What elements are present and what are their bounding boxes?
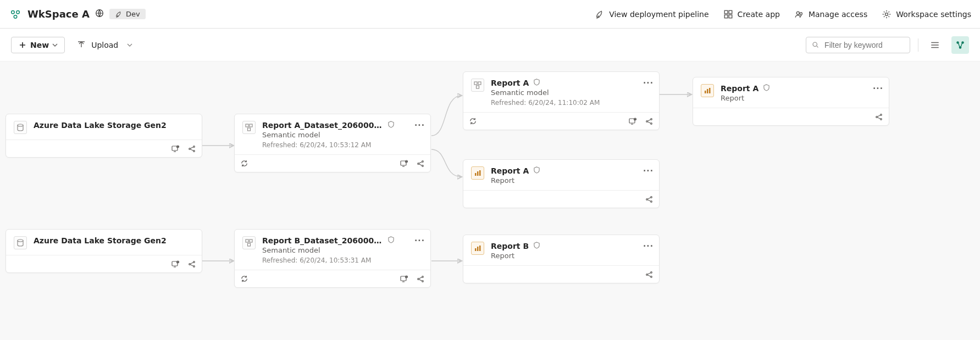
card-subtitle: Report bbox=[491, 252, 651, 260]
svg-point-22 bbox=[178, 146, 179, 147]
environment-pill[interactable]: Dev bbox=[109, 9, 146, 19]
svg-point-38 bbox=[406, 161, 407, 162]
view-pipeline-link[interactable]: View deployment pipeline bbox=[595, 9, 708, 19]
svg-point-19 bbox=[18, 124, 23, 126]
svg-rect-44 bbox=[248, 243, 251, 246]
card-subtitle: Semantic model bbox=[491, 88, 651, 97]
refresh-icon[interactable] bbox=[240, 275, 248, 283]
monitor-icon[interactable] bbox=[400, 159, 408, 168]
shield-icon bbox=[763, 84, 770, 93]
impact-icon[interactable] bbox=[416, 275, 425, 283]
svg-point-29 bbox=[178, 261, 179, 263]
monitor-icon[interactable] bbox=[171, 260, 180, 269]
svg-point-2 bbox=[14, 15, 17, 18]
card-subtitle: Semantic model bbox=[262, 131, 423, 139]
pill-label: Dev bbox=[126, 10, 140, 18]
shield-icon bbox=[533, 242, 540, 250]
semantic-model-icon bbox=[242, 236, 256, 249]
svg-rect-7 bbox=[729, 15, 732, 18]
shield-icon bbox=[533, 79, 540, 87]
refresh-icon[interactable] bbox=[469, 117, 477, 125]
svg-point-0 bbox=[12, 10, 15, 13]
card-title: Report B bbox=[491, 242, 529, 250]
svg-rect-66 bbox=[475, 248, 477, 251]
lineage-canvas[interactable]: Azure Data Lake Storage Gen2 Azure Data … bbox=[0, 62, 980, 340]
impact-icon[interactable] bbox=[874, 113, 883, 121]
upload-button[interactable]: Upload bbox=[77, 41, 132, 49]
divider bbox=[918, 38, 918, 52]
list-view-button[interactable] bbox=[926, 36, 944, 54]
more-menu[interactable]: ··· bbox=[414, 236, 425, 245]
svg-point-9 bbox=[800, 12, 802, 14]
impact-icon[interactable] bbox=[645, 270, 654, 279]
plus-icon bbox=[18, 41, 27, 49]
rocket-icon bbox=[115, 10, 123, 18]
more-menu[interactable]: ··· bbox=[414, 121, 425, 130]
svg-point-10 bbox=[885, 13, 888, 15]
impact-icon[interactable] bbox=[187, 144, 196, 153]
header-left: WkSpace A Dev bbox=[9, 8, 146, 21]
workspace-settings-link[interactable]: Workspace settings bbox=[882, 9, 971, 19]
svg-rect-73 bbox=[707, 89, 708, 93]
report-icon bbox=[471, 242, 484, 255]
card-report-reportb[interactable]: Report B Report ··· bbox=[463, 235, 660, 283]
more-menu[interactable]: ··· bbox=[643, 79, 654, 87]
create-app-link[interactable]: Create app bbox=[723, 9, 780, 19]
card-semanticmodel-reporta[interactable]: Report A Semantic model Refreshed: 6/20/… bbox=[463, 71, 660, 130]
svg-rect-6 bbox=[724, 15, 728, 18]
filter-input[interactable] bbox=[823, 40, 904, 50]
search-icon bbox=[812, 41, 819, 49]
svg-rect-72 bbox=[705, 91, 706, 93]
monitor-icon[interactable] bbox=[400, 275, 408, 283]
svg-rect-74 bbox=[709, 88, 711, 93]
monitor-icon[interactable] bbox=[628, 117, 637, 126]
monitor-icon[interactable] bbox=[171, 144, 180, 153]
card-semanticmodel-reportb-dataset[interactable]: Report B_Dataset_2060000_ae17... Semanti… bbox=[234, 229, 431, 288]
refresh-icon[interactable] bbox=[240, 159, 248, 168]
card-title: Report B_Dataset_2060000_ae17... bbox=[262, 236, 383, 245]
card-datasource-adls-2[interactable]: Azure Data Lake Storage Gen2 bbox=[5, 229, 202, 273]
manage-access-link[interactable]: Manage access bbox=[794, 9, 867, 19]
impact-icon[interactable] bbox=[645, 195, 654, 204]
impact-icon[interactable] bbox=[187, 260, 196, 269]
new-button[interactable]: New bbox=[11, 37, 65, 53]
svg-rect-51 bbox=[474, 82, 477, 85]
chevron-down-icon bbox=[52, 42, 58, 48]
card-refreshed: Refreshed: 6/20/24, 10:53:31 AM bbox=[262, 257, 423, 264]
workspace-header: WkSpace A Dev View deployment pipeline C… bbox=[0, 0, 980, 29]
card-refreshed: Refreshed: 6/20/24, 11:10:02 AM bbox=[491, 99, 651, 107]
database-icon bbox=[14, 236, 27, 249]
toolbar: New Upload bbox=[0, 29, 980, 62]
semantic-model-icon bbox=[242, 121, 256, 134]
grid-icon bbox=[723, 9, 733, 19]
card-datasource-adls-1[interactable]: Azure Data Lake Storage Gen2 bbox=[5, 114, 202, 158]
semantic-model-icon bbox=[471, 79, 484, 92]
card-title: Report A bbox=[721, 84, 758, 93]
gear-icon bbox=[882, 9, 892, 19]
svg-rect-42 bbox=[246, 239, 248, 242]
more-menu[interactable]: ··· bbox=[873, 84, 883, 93]
impact-icon[interactable] bbox=[645, 117, 654, 126]
filter-input-wrapper[interactable] bbox=[806, 37, 910, 53]
svg-point-8 bbox=[796, 12, 799, 14]
svg-rect-43 bbox=[250, 239, 252, 242]
globe-icon bbox=[95, 9, 104, 19]
card-title: Report A_Dataset_2060000_2245... bbox=[262, 121, 383, 130]
card-semanticmodel-reporta-dataset[interactable]: Report A_Dataset_2060000_2245... Semanti… bbox=[234, 114, 431, 172]
card-report-reporta-right[interactable]: Report A Report ··· bbox=[693, 77, 889, 126]
card-title: Report A bbox=[491, 79, 529, 87]
svg-rect-35 bbox=[248, 128, 251, 131]
card-report-reporta-mid[interactable]: Report A Report ··· bbox=[463, 159, 660, 208]
rocket-icon bbox=[595, 9, 605, 19]
more-menu[interactable]: ··· bbox=[643, 242, 654, 250]
lineage-view-button[interactable] bbox=[951, 36, 969, 54]
shield-icon bbox=[533, 166, 540, 175]
more-menu[interactable]: ··· bbox=[643, 166, 654, 175]
card-title: Azure Data Lake Storage Gen2 bbox=[34, 121, 194, 130]
upload-icon bbox=[77, 41, 86, 49]
shield-icon bbox=[387, 236, 395, 245]
svg-rect-53 bbox=[477, 86, 479, 88]
impact-icon[interactable] bbox=[416, 159, 425, 168]
svg-rect-60 bbox=[475, 173, 477, 176]
svg-rect-68 bbox=[479, 246, 481, 251]
